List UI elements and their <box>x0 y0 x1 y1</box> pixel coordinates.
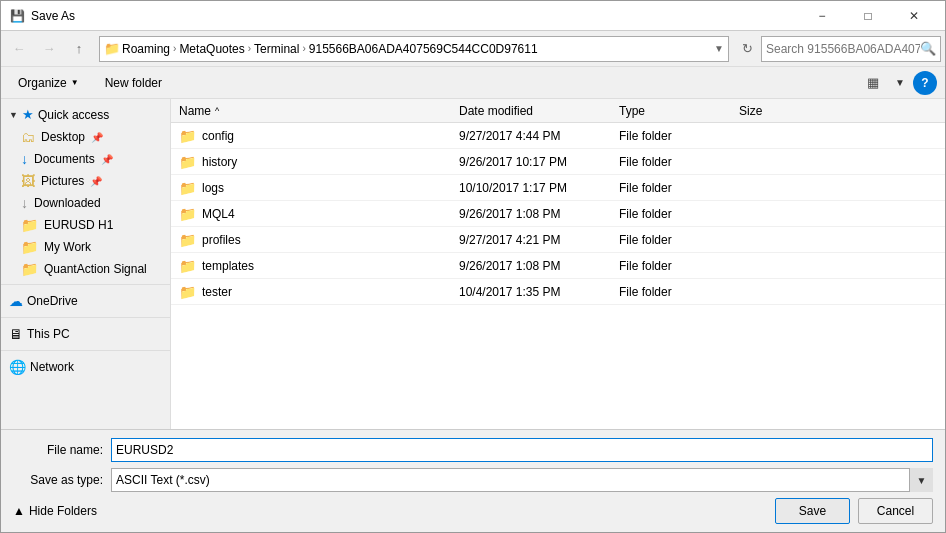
file-name-cell: 📁 MQL4 <box>179 206 459 222</box>
sidebar-item-onedrive[interactable]: ☁ OneDrive <box>1 289 170 313</box>
sidebar-item-thispc[interactable]: 🖥 This PC <box>1 322 170 346</box>
sidebar-item-label: QuantAction Signal <box>44 262 147 276</box>
cancel-button[interactable]: Cancel <box>858 498 933 524</box>
address-bar[interactable]: 📁 Roaming › MetaQuotes › Terminal › 9155… <box>99 36 729 62</box>
title-bar: 💾 Save As − □ ✕ <box>1 1 945 31</box>
col-name-label: Name <box>179 104 211 118</box>
file-date-cell: 10/4/2017 1:35 PM <box>459 285 619 299</box>
file-date-cell: 9/26/2017 10:17 PM <box>459 155 619 169</box>
sidebar-item-label: Network <box>30 360 74 374</box>
refresh-button[interactable]: ↻ <box>735 37 759 61</box>
file-name-label: logs <box>202 181 224 195</box>
column-date[interactable]: Date modified <box>459 104 619 118</box>
forward-button[interactable]: → <box>35 35 63 63</box>
sidebar-item-documents[interactable]: ↓ Documents 📌 <box>1 148 170 170</box>
col-type-label: Type <box>619 104 645 118</box>
sort-icon: ^ <box>215 106 219 116</box>
hide-folders-arrow-icon: ▲ <box>13 504 25 518</box>
folder-icon: 📁 <box>179 206 196 222</box>
sidebar-item-label: OneDrive <box>27 294 78 308</box>
address-dropdown-arrow[interactable]: ▼ <box>714 43 724 54</box>
sidebar-divider-3 <box>1 350 170 351</box>
folder-icon: 📁 <box>21 217 38 233</box>
thispc-icon: 🖥 <box>9 326 23 342</box>
file-list-header: Name ^ Date modified Type Size <box>171 99 945 123</box>
filename-input[interactable] <box>111 438 933 462</box>
file-date-cell: 9/26/2017 1:08 PM <box>459 207 619 221</box>
breadcrumb-metaquotes[interactable]: MetaQuotes <box>179 42 244 56</box>
file-name-cell: 📁 history <box>179 154 459 170</box>
file-name-label: config <box>202 129 234 143</box>
help-button[interactable]: ? <box>913 71 937 95</box>
breadcrumb-folder-icon: 📁 <box>104 41 120 56</box>
table-row[interactable]: 📁 history 9/26/2017 10:17 PM File folder <box>171 149 945 175</box>
file-type-cell: File folder <box>619 207 739 221</box>
table-row[interactable]: 📁 MQL4 9/26/2017 1:08 PM File folder <box>171 201 945 227</box>
hide-folders-label: Hide Folders <box>29 504 97 518</box>
new-folder-label: New folder <box>105 76 162 90</box>
breadcrumb-terminal[interactable]: Terminal <box>254 42 299 56</box>
table-row[interactable]: 📁 profiles 9/27/2017 4:21 PM File folder <box>171 227 945 253</box>
file-name-cell: 📁 profiles <box>179 232 459 248</box>
folder-icon: 📁 <box>179 154 196 170</box>
bottom-area: File name: Save as type: ASCII Text (*.c… <box>1 429 945 532</box>
breadcrumb-roaming[interactable]: Roaming <box>122 42 170 56</box>
view-dropdown-arrow[interactable]: ▼ <box>895 77 905 88</box>
column-size[interactable]: Size <box>739 104 937 118</box>
sidebar-item-eurusd[interactable]: 📁 EURUSD H1 <box>1 214 170 236</box>
sidebar-item-label: Desktop <box>41 130 85 144</box>
saveastype-select[interactable]: ASCII Text (*.csv) <box>111 468 933 492</box>
folder-icon: 📁 <box>179 180 196 196</box>
sidebar-item-quantaction[interactable]: 📁 QuantAction Signal <box>1 258 170 280</box>
table-row[interactable]: 📁 tester 10/4/2017 1:35 PM File folder <box>171 279 945 305</box>
sidebar-item-label: This PC <box>27 327 70 341</box>
view-icon: ▦ <box>867 75 879 90</box>
saveastype-select-wrapper: ASCII Text (*.csv) ▼ <box>111 468 933 492</box>
file-name-label: MQL4 <box>202 207 235 221</box>
search-box[interactable]: 🔍 <box>761 36 941 62</box>
organize-label: Organize <box>18 76 67 90</box>
folder-icon: 📁 <box>179 258 196 274</box>
file-name-label: profiles <box>202 233 241 247</box>
sidebar-item-desktop[interactable]: 🗂 Desktop 📌 <box>1 126 170 148</box>
sidebar-item-network[interactable]: 🌐 Network <box>1 355 170 379</box>
table-row[interactable]: 📁 logs 10/10/2017 1:17 PM File folder <box>171 175 945 201</box>
filename-label: File name: <box>13 443 103 457</box>
quick-access-header[interactable]: ▼ ★ Quick access <box>1 103 170 126</box>
close-button[interactable]: ✕ <box>891 1 937 31</box>
column-name[interactable]: Name ^ <box>179 104 459 118</box>
folder-icon: 📁 <box>179 284 196 300</box>
documents-icon: ↓ <box>21 151 28 167</box>
table-row[interactable]: 📁 config 9/27/2017 4:44 PM File folder <box>171 123 945 149</box>
network-icon: 🌐 <box>9 359 26 375</box>
search-input[interactable] <box>766 42 920 56</box>
folder-icon: 📁 <box>179 128 196 144</box>
column-type[interactable]: Type <box>619 104 739 118</box>
file-date-cell: 9/26/2017 1:08 PM <box>459 259 619 273</box>
new-folder-button[interactable]: New folder <box>96 71 171 95</box>
view-button[interactable]: ▦ <box>859 71 887 95</box>
file-name-label: templates <box>202 259 254 273</box>
organize-button[interactable]: Organize ▼ <box>9 71 88 95</box>
back-button[interactable]: ← <box>5 35 33 63</box>
maximize-button[interactable]: □ <box>845 1 891 31</box>
sidebar-item-label: Documents <box>34 152 95 166</box>
folder-icon: 📁 <box>21 239 38 255</box>
folder-icon: 📁 <box>21 261 38 277</box>
sidebar-divider-2 <box>1 317 170 318</box>
sidebar-item-label: My Work <box>44 240 91 254</box>
up-button[interactable]: ↑ <box>65 35 93 63</box>
table-row[interactable]: 📁 templates 9/26/2017 1:08 PM File folde… <box>171 253 945 279</box>
breadcrumb-hash[interactable]: 915566BA06ADA407569C544CC0D97611 <box>309 42 538 56</box>
pin-icon: 📌 <box>101 154 113 165</box>
file-list: Name ^ Date modified Type Size 📁 config <box>171 99 945 429</box>
file-type-cell: File folder <box>619 233 739 247</box>
quick-access-chevron: ▼ <box>9 110 18 120</box>
sidebar-item-downloaded[interactable]: ↓ Downloaded <box>1 192 170 214</box>
sidebar-item-mywork[interactable]: 📁 My Work <box>1 236 170 258</box>
sidebar-item-pictures[interactable]: 🖼 Pictures 📌 <box>1 170 170 192</box>
save-button[interactable]: Save <box>775 498 850 524</box>
minimize-button[interactable]: − <box>799 1 845 31</box>
hide-folders-button[interactable]: ▲ Hide Folders <box>13 504 97 518</box>
file-type-cell: File folder <box>619 259 739 273</box>
